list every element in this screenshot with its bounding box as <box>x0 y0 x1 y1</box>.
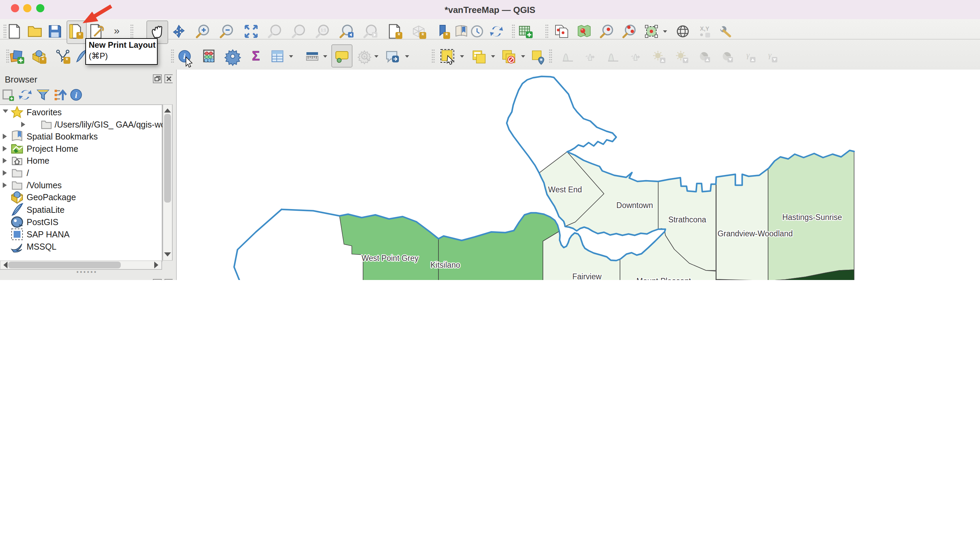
svg-text:Grandview-Woodland: Grandview-Woodland <box>718 229 793 238</box>
svg-text:*: * <box>65 56 68 65</box>
svg-text:Favorites: Favorites <box>27 107 62 117</box>
svg-text:PostGIS: PostGIS <box>27 217 58 227</box>
svg-text:Mount Pleasant: Mount Pleasant <box>636 277 691 280</box>
svg-text:SAP HANA: SAP HANA <box>27 230 70 239</box>
svg-text:/Users/lily/GIS_ GAA/qgis-work: /Users/lily/GIS_ GAA/qgis-work <box>55 120 173 129</box>
svg-text:Project Home: Project Home <box>27 144 78 153</box>
svg-text:West Point Grey: West Point Grey <box>361 254 419 263</box>
svg-text:1:1: 1:1 <box>321 28 326 32</box>
svg-text:*: * <box>78 31 82 40</box>
svg-text:Home: Home <box>27 156 50 165</box>
svg-text:GeoPackage: GeoPackage <box>27 192 76 202</box>
svg-text:/Volumes: /Volumes <box>27 180 62 190</box>
svg-text:Kitsilano: Kitsilano <box>431 260 460 270</box>
svg-text:γ: γ <box>746 50 750 59</box>
svg-text:/: / <box>27 168 29 178</box>
svg-text:Hastings-Sunrise: Hastings-Sunrise <box>782 213 842 222</box>
svg-text:*: * <box>397 31 401 40</box>
svg-text:*: * <box>445 31 448 40</box>
svg-text:*: * <box>42 56 45 65</box>
svg-text:X,Y: X,Y <box>700 26 710 32</box>
svg-text:MSSQL: MSSQL <box>27 242 57 252</box>
svg-text:SpatiaLite: SpatiaLite <box>27 205 65 215</box>
svg-text:Fairview: Fairview <box>572 272 601 280</box>
svg-text:*: * <box>421 31 424 40</box>
svg-text:Downtown: Downtown <box>616 201 653 210</box>
svg-text:Strathcona: Strathcona <box>668 215 706 224</box>
svg-text:i: i <box>183 52 185 61</box>
svg-text:Spatial Bookmarks: Spatial Bookmarks <box>27 132 98 141</box>
svg-text:i: i <box>75 91 77 100</box>
svg-text:West End: West End <box>548 185 582 194</box>
svg-text:Σ: Σ <box>252 49 260 63</box>
svg-text:γ: γ <box>768 50 771 59</box>
